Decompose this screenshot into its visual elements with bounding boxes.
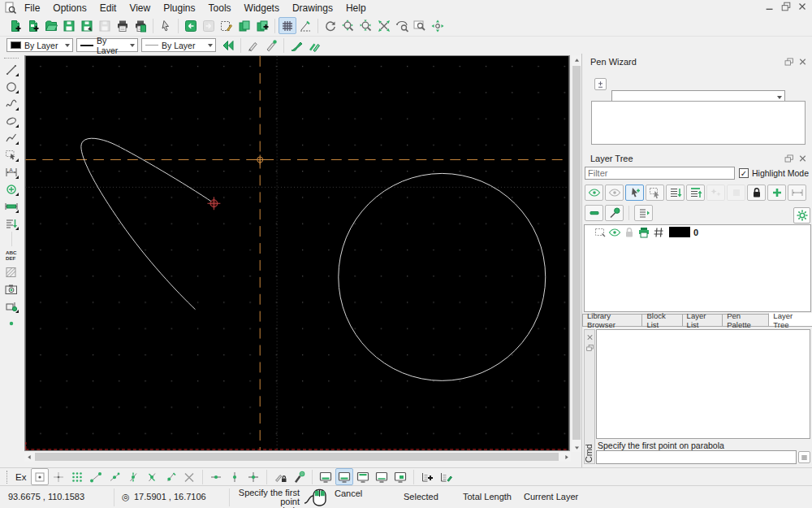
menu-tools[interactable]: Tools: [202, 1, 238, 15]
menu-options[interactable]: Options: [46, 1, 93, 15]
pen-apply-icon[interactable]: [287, 37, 305, 54]
snap-middle-icon[interactable]: [143, 468, 161, 485]
command-history[interactable]: [596, 329, 810, 439]
add-icon[interactable]: [767, 185, 786, 201]
scroll-left-icon[interactable]: [24, 452, 34, 462]
zoom-in-icon[interactable]: [339, 17, 357, 34]
restrict-v-icon[interactable]: [226, 468, 244, 485]
menu-view[interactable]: View: [123, 1, 157, 15]
snap-free-icon[interactable]: [31, 468, 49, 485]
lock-rel-icon[interactable]: [271, 468, 289, 485]
vertical-scrollbar[interactable]: [572, 55, 581, 452]
float-panel-icon[interactable]: [585, 342, 595, 353]
text-icon[interactable]: ABCDEF: [2, 246, 20, 263]
gear-icon[interactable]: [793, 207, 810, 224]
image-icon[interactable]: [2, 280, 20, 297]
sparkle-icon[interactable]: [706, 185, 725, 201]
snap-center-icon[interactable]: [124, 468, 142, 485]
new-file-icon[interactable]: [6, 17, 24, 34]
layer-select-icon[interactable]: [593, 226, 607, 238]
print-preview-icon[interactable]: [132, 17, 149, 34]
menu-plugins[interactable]: Plugins: [157, 1, 201, 15]
lock-icon[interactable]: [747, 185, 766, 201]
scrollbar-thumb[interactable]: [35, 453, 559, 461]
close-button[interactable]: [796, 1, 809, 12]
monitor5-icon[interactable]: [391, 468, 409, 485]
monitor2-icon[interactable]: [335, 468, 353, 485]
minimize-button[interactable]: [763, 1, 776, 12]
float-panel-icon[interactable]: [783, 57, 795, 67]
paste-icon[interactable]: [253, 17, 271, 34]
tab-layer-list[interactable]: Layer List: [682, 314, 723, 327]
snap-entity-icon[interactable]: [106, 468, 123, 485]
block-icon[interactable]: [2, 297, 20, 315]
zoom-pan-icon[interactable]: [429, 17, 447, 34]
exclusive-snap-label[interactable]: Ex: [15, 472, 26, 482]
restrict-h-icon[interactable]: [207, 468, 225, 485]
command-options-icon[interactable]: [798, 451, 810, 463]
pen-linetype-combo[interactable]: By Layer: [76, 38, 138, 52]
pen-edit-icon[interactable]: [244, 37, 262, 54]
grid-icon[interactable]: [279, 17, 296, 34]
menu-help[interactable]: Help: [339, 1, 373, 15]
save-all-icon[interactable]: [96, 17, 114, 34]
polyline-icon[interactable]: [2, 129, 20, 146]
command-input[interactable]: [596, 450, 797, 464]
app-icon[interactable]: [3, 0, 18, 16]
close-panel-icon[interactable]: [797, 57, 809, 67]
menu-edit[interactable]: Edit: [93, 1, 123, 15]
snap-grid-icon[interactable]: [68, 468, 86, 485]
copy-icon[interactable]: [235, 17, 253, 34]
draft-icon[interactable]: [296, 17, 314, 34]
circle-icon[interactable]: [2, 78, 20, 95]
remove-icon[interactable]: [585, 205, 603, 221]
close-panel-icon[interactable]: [797, 154, 809, 164]
toolbar-handle[interactable]: [6, 471, 7, 484]
list-add-icon[interactable]: [418, 468, 436, 485]
tab-block-list[interactable]: Block List: [641, 314, 682, 327]
blank-icon[interactable]: [727, 185, 745, 201]
wrench-icon[interactable]: [605, 205, 624, 221]
point-icon[interactable]: [2, 315, 20, 332]
pen-wizard-list[interactable]: [591, 101, 806, 145]
tab-library-browser[interactable]: Library Browser: [582, 314, 642, 327]
pen-width-combo[interactable]: By Layer: [141, 38, 216, 52]
pen-copy-icon[interactable]: [305, 37, 323, 54]
monitor1-icon[interactable]: [317, 468, 335, 485]
undo-icon[interactable]: [182, 17, 200, 34]
list-mode-icon[interactable]: [634, 205, 653, 221]
dim-aligned-icon[interactable]: [2, 198, 20, 215]
redo-icon[interactable]: [200, 17, 218, 34]
restrict-ortho-icon[interactable]: [244, 468, 262, 485]
layer-row[interactable]: 0: [585, 225, 810, 239]
cut-icon[interactable]: [218, 17, 235, 34]
menu-drawings[interactable]: Drawings: [286, 1, 339, 15]
cursor-sel-icon[interactable]: [625, 185, 644, 201]
set-rel-icon[interactable]: [290, 468, 308, 485]
print-icon[interactable]: [114, 17, 132, 34]
layer-print-icon[interactable]: [637, 226, 651, 238]
tab-pen-palette[interactable]: Pen Palette: [722, 314, 769, 327]
pen-pick-icon[interactable]: [262, 37, 280, 54]
drawing-canvas[interactable]: [24, 55, 570, 451]
menu-widgets[interactable]: Widgets: [238, 1, 286, 15]
snap-distance-icon[interactable]: [162, 468, 179, 485]
restore-button[interactable]: [780, 1, 793, 12]
save-as-icon[interactable]: [78, 17, 96, 34]
order-icon[interactable]: [2, 215, 20, 232]
pen-color-combo[interactable]: By Layer: [6, 38, 73, 52]
list-edit-icon[interactable]: [437, 468, 455, 485]
snap-endpoints-icon[interactable]: [87, 468, 105, 485]
pen-wizard-option-button[interactable]: [594, 78, 607, 90]
eye-off-icon[interactable]: [605, 185, 624, 201]
scrollbar-thumb[interactable]: [572, 66, 581, 440]
line-icon[interactable]: [2, 61, 20, 78]
ellipse-icon[interactable]: [2, 112, 20, 129]
layer-filter-input[interactable]: [585, 167, 735, 180]
monitor3-icon[interactable]: [354, 468, 372, 485]
back-icon[interactable]: [219, 37, 237, 54]
zoom-window-icon[interactable]: [411, 17, 429, 34]
layer-construction-icon[interactable]: [651, 226, 666, 238]
highlight-mode-option[interactable]: ✓ Highlight Mode: [739, 168, 809, 178]
layer-lock-icon[interactable]: [622, 226, 637, 238]
